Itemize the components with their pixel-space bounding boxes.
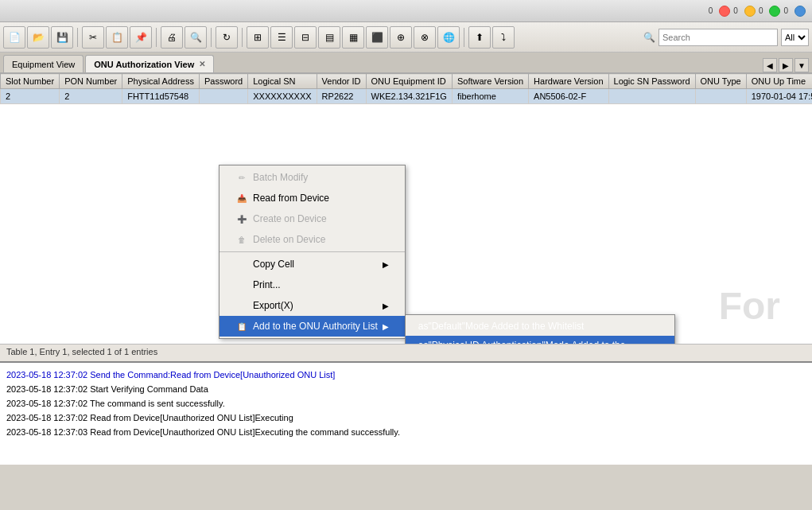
- export-arrow: ▶: [383, 302, 389, 310]
- menu-print-label: Print...: [253, 279, 281, 290]
- cell-onu-equip-id: WKE2.134.321F1G: [366, 89, 452, 104]
- copy-cell-icon: [235, 258, 248, 271]
- cell-logic-sn-pw: [608, 89, 695, 104]
- toolbar-open-btn[interactable]: 📂: [27, 26, 49, 49]
- toolbar-btn14[interactable]: ⬆: [468, 26, 491, 49]
- maximize-button[interactable]: [769, 6, 780, 17]
- toolbar-search: 🔍 All: [643, 29, 809, 46]
- toolbar-btn12[interactable]: ⊗: [414, 26, 436, 49]
- toolbar-new-btn[interactable]: 📄: [3, 26, 25, 49]
- cell-onu-uptime: 1970-01-04 17:57:37: [746, 89, 812, 104]
- toolbar-btn13[interactable]: 🌐: [437, 26, 460, 49]
- toolbar-preview-btn[interactable]: 🔍: [185, 26, 207, 49]
- col-physical-address: Physical Address: [122, 74, 200, 89]
- menu-add-onu-authority[interactable]: 📋 Add to the ONU Authority List ▶ as"Def…: [220, 316, 405, 337]
- col-pon-number: PON Number: [60, 74, 122, 89]
- status-text: Table 1, Entry 1, selected 1 of 1 entrie…: [6, 347, 157, 356]
- toolbar-btn8[interactable]: ▤: [318, 26, 340, 49]
- search-icon: 🔍: [643, 32, 655, 43]
- toolbar-btn7[interactable]: ⊟: [294, 26, 317, 49]
- minimize-button[interactable]: [744, 6, 756, 17]
- col-onu-equipment-id: ONU Equipment ID: [366, 74, 452, 89]
- cell-physical-addr: FHTT11d57548: [122, 89, 200, 104]
- print-icon: [235, 278, 248, 291]
- table-row[interactable]: 2 2 FHTT11d57548 XXXXXXXXXX RP2622 WKE2.…: [1, 89, 813, 104]
- submenu-default-mode[interactable]: as"Default"Mode Added to the Whitelist: [406, 317, 674, 336]
- menu-read-from-device[interactable]: 📥 Read from Device: [220, 188, 405, 208]
- menu-delete-device-label: Delete on Device: [253, 234, 325, 245]
- submenu-onu-auth: as"Default"Mode Added to the Whitelist a…: [405, 314, 675, 344]
- menu-batch-modify-label: Batch Modify: [253, 172, 308, 183]
- tabs-bar: Equipment View ONU Authorization View ✕ …: [0, 53, 812, 73]
- col-slot-number: Slot Number: [1, 74, 60, 89]
- delete-device-icon: 🗑: [235, 233, 248, 246]
- search-input[interactable]: [659, 29, 778, 46]
- toolbar-btn10[interactable]: ⬛: [366, 26, 388, 49]
- menu-export[interactable]: Export(X) ▶: [220, 295, 405, 316]
- sep5: [464, 28, 464, 47]
- toolbar-btn5[interactable]: ⊞: [247, 26, 269, 49]
- toolbar-btn9[interactable]: ▦: [342, 26, 364, 49]
- copy-cell-arrow: ▶: [383, 260, 389, 269]
- tab-onu-label: ONU Authorization View: [94, 60, 194, 69]
- red-dot-label: 0: [709, 6, 713, 15]
- tab-menu-btn[interactable]: ▼: [795, 58, 809, 72]
- toolbar-copy-btn[interactable]: 📋: [106, 26, 128, 49]
- toolbar-print-btn[interactable]: 🖨: [161, 26, 183, 49]
- col-logic-sn-password: Logic SN Password: [608, 74, 695, 89]
- menu-batch-modify[interactable]: ✏ Batch Modify: [220, 167, 405, 188]
- watermark: For: [719, 284, 780, 328]
- sep3: [211, 28, 212, 47]
- toolbar-btn6[interactable]: ☰: [270, 26, 293, 49]
- menu-create-device-label: Create on Device: [253, 213, 327, 224]
- menu-create-on-device[interactable]: ➕ Create on Device: [220, 208, 405, 229]
- col-logical-sn: Logical SN: [248, 74, 317, 89]
- create-device-icon: ➕: [235, 212, 248, 225]
- toolbar-paste-btn[interactable]: 📌: [130, 26, 152, 49]
- log-line-1: 2023-05-18 12:37:02 Send the Command:Rea…: [6, 368, 806, 382]
- menu-add-onu-label: Add to the ONU Authority List: [253, 321, 378, 332]
- tab-onu-close[interactable]: ✕: [199, 60, 205, 68]
- submenu-default-label: as"Default"Mode Added to the Whitelist: [418, 321, 585, 332]
- cell-vendor-id: RP2622: [317, 89, 366, 104]
- toolbar-cut-btn[interactable]: ✂: [82, 26, 104, 49]
- menu-print[interactable]: Print...: [220, 274, 405, 295]
- blue-dot-label: 0: [783, 6, 788, 15]
- tab-next-btn[interactable]: ▶: [779, 58, 793, 72]
- toolbar-btn11[interactable]: ⊕: [390, 26, 412, 49]
- col-onu-up-time: ONU Up Time: [746, 74, 812, 89]
- tab-equipment-view[interactable]: Equipment View: [3, 55, 84, 72]
- col-software-version: Software Version: [452, 74, 528, 89]
- tab-equipment-label: Equipment View: [12, 60, 75, 69]
- col-onu-type: ONU Type: [695, 74, 746, 89]
- tab-prev-btn[interactable]: ◀: [763, 58, 777, 72]
- info-button[interactable]: [795, 6, 806, 17]
- green-dot-label: 0: [759, 6, 763, 15]
- cell-pon: 2: [60, 89, 122, 104]
- title-bar: 0 0 0 0: [0, 0, 812, 22]
- add-onu-arrow: ▶: [383, 322, 389, 331]
- log-line-4: 2023-05-18 12:37:02 Read from Device[Una…: [6, 411, 806, 425]
- window-controls: 0 0 0 0: [709, 6, 806, 17]
- menu-sep1: [220, 251, 405, 252]
- close-button[interactable]: [719, 6, 730, 17]
- add-onu-icon: 📋: [235, 320, 248, 333]
- col-password: Password: [199, 74, 247, 89]
- toolbar-save-btn[interactable]: 💾: [51, 26, 73, 49]
- cell-slot: 2: [1, 89, 60, 104]
- menu-delete-on-device[interactable]: 🗑 Delete on Device: [220, 229, 405, 250]
- tab-onu-auth-view[interactable]: ONU Authorization View ✕: [85, 55, 214, 72]
- cell-sw-version: fiberhome: [452, 89, 528, 104]
- submenu-physical-id-mode[interactable]: as"Physical ID Authentication"Mode Added…: [406, 336, 674, 344]
- toolbar-refresh-btn[interactable]: ↻: [216, 26, 238, 49]
- batch-modify-icon: ✏: [235, 171, 248, 184]
- yellow-dot-label: 0: [733, 6, 738, 15]
- read-device-icon: 📥: [235, 192, 248, 204]
- sep1: [77, 28, 78, 47]
- menu-copy-cell[interactable]: Copy Cell ▶: [220, 254, 405, 274]
- toolbar-btn15[interactable]: ⤵: [492, 26, 515, 49]
- cell-logical-sn: XXXXXXXXXX: [248, 89, 317, 104]
- search-dropdown[interactable]: All: [781, 29, 809, 46]
- cell-password: [199, 89, 247, 104]
- menu-read-device-label: Read from Device: [253, 193, 329, 204]
